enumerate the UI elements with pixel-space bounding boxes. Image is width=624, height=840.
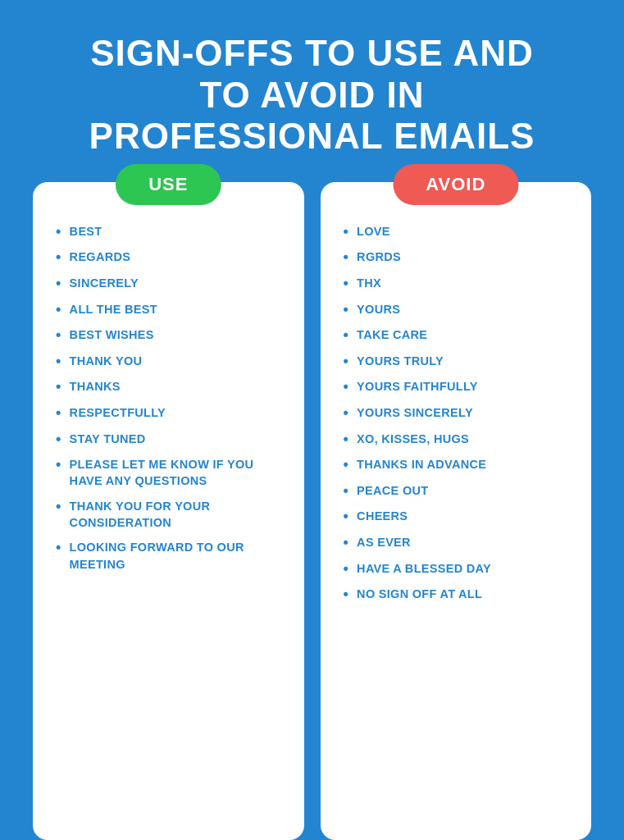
list-item: LOVE [344,223,569,241]
list-item: BEST [56,223,281,241]
list-item: XO, KISSES, HUGS [344,431,569,449]
list-item: THANK YOU [56,353,281,371]
list-item: BEST WISHES [56,326,281,345]
list-item: TAKE CARE [344,326,569,345]
use-badge: USE [116,164,221,205]
avoid-badge: AVOID [393,164,518,205]
list-item: ALL THE BEST [56,301,281,319]
title-section: SIGN-OFFS TO USE AND TO AVOID IN PROFESS… [40,0,585,182]
use-column: USE BESTREGARDSSINCERELYALL THE BESTBEST… [33,182,304,840]
list-item: YOURS [344,301,569,319]
list-item: PLEASE LET ME KNOW IF YOU HAVE ANY QUEST… [56,456,281,490]
list-item: THANKS IN ADVANCE [344,456,569,474]
list-item: LOOKING FORWARD TO OUR MEETING [56,539,281,573]
list-item: YOURS SINCERELY [344,404,569,422]
avoid-list: LOVERGRDSTHXYOURSTAKE CAREYOURS TRULYYOU… [344,223,569,604]
list-item: THANKS [56,378,281,396]
list-item: CHEERS [344,508,569,526]
main-title: SIGN-OFFS TO USE AND TO AVOID IN PROFESS… [89,33,535,158]
list-item: HAVE A BLESSED DAY [344,560,569,578]
list-item: THANK YOU FOR YOUR CONSIDERATION [56,498,281,532]
avoid-column: AVOID LOVERGRDSTHXYOURSTAKE CAREYOURS TR… [321,182,592,840]
list-item: THX [344,275,569,293]
list-item: RESPECTFULLY [56,404,281,422]
list-item: PEACE OUT [344,482,569,500]
list-item: STAY TUNED [56,431,281,449]
list-item: RGRDS [344,249,569,267]
list-item: YOURS TRULY [344,353,569,371]
list-item: REGARDS [56,249,281,267]
list-item: YOURS FAITHFULLY [344,378,569,396]
list-item: AS EVER [344,534,569,552]
list-item: SINCERELY [56,275,281,293]
list-item: NO SIGN OFF AT ALL [344,586,569,604]
use-list: BESTREGARDSSINCERELYALL THE BESTBEST WIS… [56,223,281,573]
columns-wrapper: USE BESTREGARDSSINCERELYALL THE BESTBEST… [0,182,624,840]
